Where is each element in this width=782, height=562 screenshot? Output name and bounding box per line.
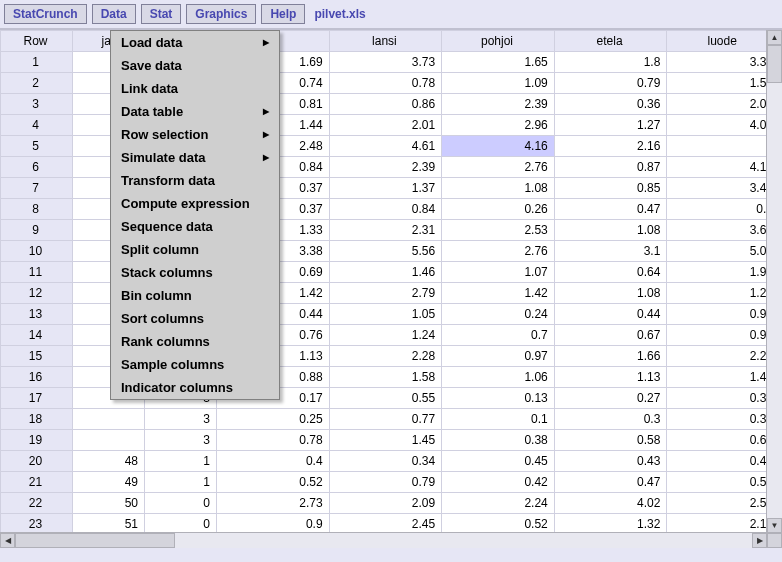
- data-cell[interactable]: 4.16: [442, 136, 555, 157]
- menu-item-compute-expression[interactable]: Compute expression: [111, 192, 279, 215]
- menu-item-stack-columns[interactable]: Stack columns: [111, 261, 279, 284]
- row-header-cell[interactable]: 23: [1, 514, 73, 534]
- row-header-cell[interactable]: 4: [1, 115, 73, 136]
- data-cell[interactable]: 2.06: [667, 94, 767, 115]
- data-cell[interactable]: 2.76: [442, 157, 555, 178]
- data-cell[interactable]: 0.85: [554, 178, 667, 199]
- horizontal-scroll-thumb[interactable]: [15, 533, 175, 548]
- data-cell[interactable]: 0.67: [554, 325, 667, 346]
- data-cell[interactable]: 1.08: [554, 220, 667, 241]
- column-header-pohjoi[interactable]: pohjoi: [442, 31, 555, 52]
- data-cell[interactable]: 48: [73, 451, 145, 472]
- menu-item-indicator-columns[interactable]: Indicator columns: [111, 376, 279, 399]
- data-cell[interactable]: 1.22: [667, 283, 767, 304]
- data-cell[interactable]: 0: [145, 493, 217, 514]
- data-cell[interactable]: 3.73: [329, 52, 442, 73]
- data-cell[interactable]: 50: [73, 493, 145, 514]
- row-header-cell[interactable]: 13: [1, 304, 73, 325]
- menu-item-sample-columns[interactable]: Sample columns: [111, 353, 279, 376]
- data-cell[interactable]: 3: [145, 409, 217, 430]
- menu-item-link-data[interactable]: Link data: [111, 77, 279, 100]
- data-cell[interactable]: 0.97: [442, 346, 555, 367]
- vertical-scroll-thumb[interactable]: [767, 45, 782, 83]
- menu-item-data-table[interactable]: Data table▶: [111, 100, 279, 123]
- row-header-cell[interactable]: 10: [1, 241, 73, 262]
- row-header-cell[interactable]: 5: [1, 136, 73, 157]
- data-cell[interactable]: 1.24: [329, 325, 442, 346]
- data-cell[interactable]: 5.56: [329, 241, 442, 262]
- data-cell[interactable]: 2.01: [329, 115, 442, 136]
- data-cell[interactable]: 5.06: [667, 241, 767, 262]
- menu-item-sort-columns[interactable]: Sort columns: [111, 307, 279, 330]
- data-cell[interactable]: 0.36: [554, 94, 667, 115]
- menu-item-bin-column[interactable]: Bin column: [111, 284, 279, 307]
- data-cell[interactable]: 0.7: [442, 325, 555, 346]
- table-row[interactable]: 235100.92.450.521.322.18: [1, 514, 768, 534]
- menu-item-load-data[interactable]: Load data▶: [111, 31, 279, 54]
- horizontal-scroll-track[interactable]: [15, 533, 752, 548]
- menu-stat[interactable]: Stat: [141, 4, 182, 24]
- data-cell[interactable]: 1.13: [554, 367, 667, 388]
- row-header-cell[interactable]: 12: [1, 283, 73, 304]
- data-cell[interactable]: 2.76: [442, 241, 555, 262]
- row-header-cell[interactable]: 1: [1, 52, 73, 73]
- table-row[interactable]: 214910.520.790.420.470.53: [1, 472, 768, 493]
- data-cell[interactable]: 0.87: [554, 157, 667, 178]
- data-cell[interactable]: 1.32: [554, 514, 667, 534]
- data-cell[interactable]: 1.09: [442, 73, 555, 94]
- data-cell[interactable]: 49: [73, 472, 145, 493]
- table-row[interactable]: 204810.40.340.450.430.44: [1, 451, 768, 472]
- data-cell[interactable]: 1.45: [329, 430, 442, 451]
- vertical-scroll-track[interactable]: [767, 45, 782, 518]
- row-header-cell[interactable]: 22: [1, 493, 73, 514]
- data-menu-dropdown[interactable]: Load data▶Save dataLink dataData table▶R…: [110, 30, 280, 400]
- data-cell[interactable]: 1.42: [442, 283, 555, 304]
- data-cell[interactable]: 0.64: [554, 262, 667, 283]
- data-cell[interactable]: 0.24: [442, 304, 555, 325]
- row-header-cell[interactable]: 9: [1, 220, 73, 241]
- menu-item-rank-columns[interactable]: Rank columns: [111, 330, 279, 353]
- data-cell[interactable]: 0.58: [554, 430, 667, 451]
- data-cell[interactable]: 2.39: [442, 94, 555, 115]
- data-cell[interactable]: 0.45: [442, 451, 555, 472]
- data-cell[interactable]: 2.79: [329, 283, 442, 304]
- data-cell[interactable]: 3.45: [667, 178, 767, 199]
- data-cell[interactable]: 2.18: [667, 514, 767, 534]
- data-cell[interactable]: 2.24: [442, 493, 555, 514]
- vertical-scrollbar[interactable]: ▲ ▼: [766, 30, 782, 533]
- data-cell[interactable]: 0.4: [217, 451, 330, 472]
- data-cell[interactable]: 3: [145, 430, 217, 451]
- menu-data[interactable]: Data: [92, 4, 136, 24]
- data-cell[interactable]: 4.61: [329, 136, 442, 157]
- menu-item-transform-data[interactable]: Transform data: [111, 169, 279, 192]
- row-header-cell[interactable]: 16: [1, 367, 73, 388]
- data-cell[interactable]: 1.27: [554, 115, 667, 136]
- row-header-cell[interactable]: 8: [1, 199, 73, 220]
- data-cell[interactable]: 3.65: [667, 220, 767, 241]
- row-header-cell[interactable]: 11: [1, 262, 73, 283]
- data-cell[interactable]: 1.46: [329, 262, 442, 283]
- data-cell[interactable]: 1.37: [329, 178, 442, 199]
- data-cell[interactable]: 1.08: [554, 283, 667, 304]
- data-cell[interactable]: 2.28: [329, 346, 442, 367]
- data-cell[interactable]: 0.79: [329, 472, 442, 493]
- data-cell[interactable]: 0.9: [667, 199, 767, 220]
- data-cell[interactable]: 0.94: [667, 304, 767, 325]
- data-cell[interactable]: 0.53: [667, 472, 767, 493]
- data-cell[interactable]: 0.44: [667, 451, 767, 472]
- data-cell[interactable]: 1.66: [554, 346, 667, 367]
- row-header-cell[interactable]: 19: [1, 430, 73, 451]
- data-cell[interactable]: 1.05: [329, 304, 442, 325]
- menu-statcrunch[interactable]: StatCrunch: [4, 4, 87, 24]
- horizontal-scrollbar[interactable]: ◀ ▶: [0, 532, 767, 548]
- data-cell[interactable]: 1: [145, 451, 217, 472]
- data-cell[interactable]: 0.94: [667, 325, 767, 346]
- scroll-down-arrow-icon[interactable]: ▼: [767, 518, 782, 533]
- data-cell[interactable]: 0.3: [554, 409, 667, 430]
- data-cell[interactable]: 0.52: [217, 472, 330, 493]
- data-cell[interactable]: 0.27: [554, 388, 667, 409]
- data-cell[interactable]: 0.78: [217, 430, 330, 451]
- data-cell[interactable]: 4.05: [667, 115, 767, 136]
- data-cell[interactable]: 0.26: [442, 199, 555, 220]
- data-cell[interactable]: 2.53: [442, 220, 555, 241]
